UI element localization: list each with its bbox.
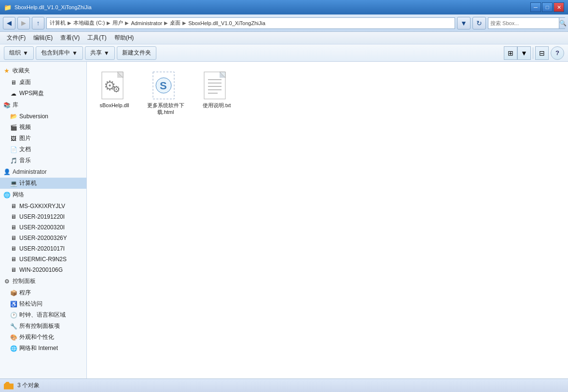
sidebar-item-video[interactable]: 🎬 视频: [0, 122, 86, 133]
up-button[interactable]: ↑: [32, 17, 44, 29]
sidebar-item-music[interactable]: 🎵 音乐: [0, 155, 86, 166]
sidebar-item-accessibility[interactable]: ♿ 轻松访问: [0, 298, 86, 309]
sidebar: 收藏夹 🖥 桌面 ☁ WPS网盘 📚 库 📂 Subversion 🎬 视频 🖼…: [0, 62, 87, 378]
pc-icon-4: 🖥: [10, 234, 17, 242]
sidebar-cp-header[interactable]: ⚙ 控制面板: [0, 275, 86, 287]
include-library-button[interactable]: 包含到库中 ▼: [36, 46, 83, 60]
subversion-icon: 📂: [10, 112, 17, 120]
sidebar-item-docs[interactable]: 📄 文档: [0, 144, 86, 155]
sidebar-item-desktop[interactable]: 🖥 桌面: [0, 77, 86, 88]
file-item-dll[interactable]: ⚙ ⚙ sBoxHelp.dll: [93, 68, 136, 118]
menu-view[interactable]: 查看(V): [56, 32, 83, 43]
computer-label: 计算机: [19, 179, 37, 187]
sidebar-admin-header[interactable]: 👤 Administrator: [0, 166, 86, 178]
sidebar-item-clock[interactable]: 🕐 时钟、语言和区域: [0, 309, 86, 321]
cp-label: 控制面板: [13, 277, 36, 285]
back-button[interactable]: ◀: [3, 17, 15, 29]
pc-icon-7: 🖥: [10, 266, 17, 274]
sidebar-item-network-internet[interactable]: 🌐 网络和 Internet: [0, 343, 86, 354]
desktop-label: 桌面: [19, 78, 31, 86]
programs-label: 程序: [19, 289, 31, 297]
network-item-4: USER-20200326Y: [19, 235, 67, 241]
path-desktop[interactable]: 桌面: [170, 19, 180, 27]
network-icon: 🌐: [3, 191, 11, 199]
share-label: 共享: [90, 49, 102, 57]
path-admin[interactable]: Administrator: [131, 20, 162, 26]
sidebar-item-network-1[interactable]: 🖥 MS-GXKIXRYJLV: [0, 201, 86, 211]
include-library-arrow: ▼: [72, 50, 78, 56]
path-users[interactable]: 用户: [112, 19, 123, 27]
sidebar-favorites-header[interactable]: 收藏夹: [0, 65, 86, 77]
organize-label: 组织: [9, 49, 21, 57]
sidebar-item-network-3[interactable]: 🖥 USER-20200320I: [0, 222, 86, 233]
address-path[interactable]: 计算机 ▶ 本地磁盘 (C:) ▶ 用户 ▶ Administrator ▶ 桌…: [46, 17, 455, 29]
pc-icon-6: 🖥: [10, 255, 17, 263]
menu-help[interactable]: 帮助(H): [111, 32, 138, 43]
sidebar-network-header[interactable]: 🌐 网络: [0, 189, 86, 201]
video-icon: 🎬: [10, 124, 17, 131]
pictures-icon: 🖼: [10, 135, 17, 142]
file-area: ⚙ ⚙ sBoxHelp.dll S: [87, 62, 568, 378]
sidebar-item-computer[interactable]: 💻 计算机: [0, 178, 86, 189]
path-arrow-3: ▶: [125, 20, 129, 26]
help-button[interactable]: ?: [551, 46, 564, 60]
pc-icon-3: 🖥: [10, 224, 17, 231]
pc-icon-5: 🖥: [10, 245, 17, 252]
refresh-button[interactable]: ↻: [472, 17, 486, 29]
change-view-button[interactable]: ⊞: [504, 46, 517, 60]
new-folder-button[interactable]: 新建文件夹: [117, 46, 156, 60]
organize-button[interactable]: 组织 ▼: [4, 46, 34, 60]
search-input[interactable]: [488, 20, 559, 26]
accessibility-label: 轻松访问: [19, 300, 42, 308]
sidebar-item-network-5[interactable]: 🖥 USER-20201017I: [0, 243, 86, 254]
maximize-button[interactable]: □: [542, 2, 553, 12]
cloud-icon: ☁: [10, 90, 17, 98]
search-box: 🔍: [488, 17, 565, 29]
path-folder[interactable]: SboxHelp.dll_V1.0_XiTongZhiJia: [188, 20, 265, 26]
sidebar-item-network-2[interactable]: 🖥 USER-20191220I: [0, 211, 86, 222]
status-bar: 3 个对象: [0, 378, 568, 392]
organize-arrow: ▼: [23, 50, 28, 56]
star-icon: [3, 67, 11, 75]
menu-tools[interactable]: 工具(T): [83, 32, 110, 43]
search-icon[interactable]: 🔍: [559, 18, 567, 28]
title-bar-controls: ─ □ ✕: [530, 2, 564, 12]
file-item-txt[interactable]: 使用说明.txt: [195, 68, 238, 118]
menu-file[interactable]: 文件(F): [3, 32, 29, 43]
sidebar-item-network-6[interactable]: 🖥 USERMIC-R9N2S: [0, 254, 86, 265]
sidebar-item-wps[interactable]: ☁ WPS网盘: [0, 88, 86, 99]
sidebar-item-programs[interactable]: 📦 程序: [0, 287, 86, 298]
close-button[interactable]: ✕: [554, 2, 564, 12]
new-folder-label: 新建文件夹: [122, 49, 151, 57]
wps-cloud-label: WPS网盘: [19, 89, 44, 98]
sidebar-item-network-7[interactable]: 🖥 WIN-20200106G: [0, 265, 86, 275]
view-arrow-button[interactable]: ▼: [517, 46, 531, 60]
subversion-label: Subversion: [19, 113, 48, 120]
address-bar: ◀ ▶ ↑ 计算机 ▶ 本地磁盘 (C:) ▶ 用户 ▶ Administrat…: [0, 14, 568, 32]
sidebar-item-appearance[interactable]: 🎨 外观和个性化: [0, 332, 86, 343]
forward-button[interactable]: ▶: [17, 17, 30, 29]
menu-edit[interactable]: 编辑(E): [29, 32, 56, 43]
address-go-button[interactable]: ▼: [457, 17, 471, 29]
file-item-html[interactable]: S 更多系统软件下载.html: [144, 68, 187, 118]
svg-text:S: S: [160, 80, 167, 92]
desktop-icon: 🖥: [10, 79, 17, 86]
share-button[interactable]: 共享 ▼: [85, 46, 115, 60]
path-computer[interactable]: 计算机: [50, 19, 66, 27]
sidebar-item-network-4[interactable]: 🖥 USER-20200326Y: [0, 233, 86, 243]
minimize-button[interactable]: ─: [530, 2, 541, 12]
all-cp-label: 所有控制面板项: [19, 322, 60, 330]
status-text: 3 个对象: [17, 381, 40, 390]
preview-pane-button[interactable]: ⊟: [535, 46, 549, 60]
file-grid: ⚙ ⚙ sBoxHelp.dll S: [93, 68, 562, 118]
path-drive[interactable]: 本地磁盘 (C:): [73, 19, 105, 27]
network-item-7: WIN-20200106G: [19, 266, 63, 273]
status-folder-icon: [4, 382, 14, 390]
sidebar-item-subversion[interactable]: 📂 Subversion: [0, 111, 86, 122]
docs-label: 文档: [19, 145, 31, 154]
sidebar-item-all-cp[interactable]: 🔧 所有控制面板项: [0, 321, 86, 332]
sidebar-library-header[interactable]: 📚 库: [0, 99, 86, 111]
all-cp-icon: 🔧: [10, 322, 17, 330]
music-icon: 🎵: [10, 157, 17, 165]
sidebar-item-pictures[interactable]: 🖼 图片: [0, 133, 86, 144]
